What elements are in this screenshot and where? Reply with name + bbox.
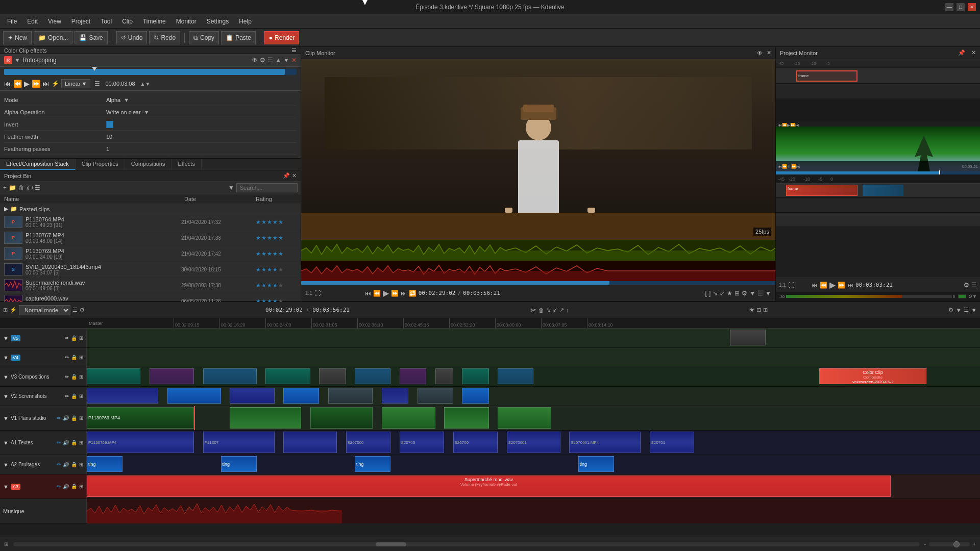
list-item[interactable]: S SVID_20200430_181446.mp4 00:00:34:07 [… — [0, 262, 301, 278]
tl-clip[interactable] — [87, 388, 158, 404]
zoom-out-btn[interactable]: - — [924, 541, 926, 547]
skip-start-btn[interactable]: ⏮ — [4, 80, 11, 88]
a3-lock-icon[interactable]: 🔒 — [71, 484, 77, 489]
tl-clip[interactable] — [283, 388, 319, 404]
tl-clip[interactable] — [498, 407, 551, 429]
bin-search-input[interactable] — [236, 183, 298, 192]
v2-expand2-icon[interactable]: ⊞ — [79, 393, 83, 399]
config-btn[interactable]: ⚙ — [742, 290, 747, 297]
tl-more2-btn[interactable]: ☰ — [964, 307, 969, 313]
prev-frame-btn[interactable]: ⏪ — [13, 80, 22, 88]
color-clip[interactable]: Color Clip Composite vokoscreen-2020-05-… — [819, 368, 926, 384]
bin-delete-btn[interactable]: 🗑 — [18, 184, 24, 191]
overwrite-btn[interactable]: ↙ — [720, 290, 725, 297]
track-v1-content[interactable]: P1130769.MP4 — [87, 406, 980, 430]
v1-lock-icon[interactable]: 🔒 — [71, 415, 77, 421]
mode-chevron[interactable]: ▼ — [124, 97, 129, 103]
tl-clip[interactable] — [462, 368, 489, 384]
menu-monitor[interactable]: Monitor — [171, 16, 202, 27]
v4-lock-icon[interactable]: 🔒 — [71, 355, 77, 360]
a1-expand[interactable]: ▼ — [3, 440, 9, 446]
a2-clip-ting3[interactable]: ting — [355, 456, 390, 472]
bookmark-btn[interactable]: ★ — [727, 290, 732, 297]
v5-lock-icon[interactable]: 🔒 — [71, 335, 77, 341]
menu-timeline[interactable]: Timeline — [138, 16, 171, 27]
a1-clip[interactable]: P1130769.MP4 — [87, 432, 194, 453]
menu-edit[interactable]: Edit — [22, 16, 43, 27]
insert-btn[interactable]: ↘ — [713, 290, 718, 297]
v4-edit-icon[interactable]: ✏ — [65, 355, 69, 360]
tl-clip[interactable] — [498, 368, 533, 384]
proj-fullscreen-btn[interactable]: ⛶ — [788, 282, 794, 289]
proj-more-btn[interactable]: ☰ — [971, 282, 977, 289]
v2-lock-icon[interactable]: 🔒 — [71, 393, 77, 399]
proj-skip-end-btn[interactable]: ⏭ — [847, 282, 853, 289]
effect-delete-icon[interactable]: ✕ — [291, 57, 297, 64]
a3-expand2-icon[interactable]: ⊞ — [79, 484, 83, 489]
v5-expand[interactable]: ▼ — [3, 335, 9, 341]
proj-prev-frame-btn[interactable]: ⏪ — [820, 282, 827, 289]
a1-lock-icon[interactable]: 🔒 — [71, 440, 77, 445]
tl-clip[interactable] — [265, 368, 310, 384]
tl-clip[interactable]: S207000 — [346, 432, 391, 453]
window-controls[interactable]: — □ ✕ — [945, 3, 976, 11]
eye-icon[interactable]: 👁 — [252, 57, 258, 64]
a2-mute-icon[interactable]: 🔊 — [63, 462, 69, 467]
a2-expand[interactable]: ▼ — [3, 462, 9, 468]
bin-menu-btn[interactable]: ☰ — [35, 184, 40, 191]
a2-lock-icon[interactable]: 🔒 — [71, 462, 77, 467]
menu-help[interactable]: Help — [234, 16, 257, 27]
invert-checkbox[interactable] — [106, 121, 113, 128]
track-musique-content[interactable] — [87, 499, 980, 523]
tl-mode-select[interactable]: Normal mode — [19, 305, 70, 315]
more-btn[interactable]: ☰ — [757, 290, 763, 297]
timeline-scrollbar[interactable] — [13, 542, 919, 546]
tl-clip[interactable]: S2070001.MP4 — [569, 432, 641, 453]
v5-expand2-icon[interactable]: ⊞ — [79, 335, 83, 341]
track-v2-content[interactable] — [87, 387, 980, 406]
tl-config-arrow[interactable]: ▼ — [955, 307, 962, 314]
effect-expand-arrow[interactable]: ▼ — [14, 57, 20, 64]
tab-effects[interactable]: Effects — [172, 159, 201, 170]
proj-play-btn[interactable]: ▶ — [829, 280, 836, 290]
list-item[interactable]: Supermarché rondi.wav 00:01:49:06 [3] 29… — [0, 278, 301, 293]
v3-expand2-icon[interactable]: ⊞ — [79, 374, 83, 380]
a1-pencil-icon[interactable]: ✏ — [57, 440, 61, 445]
zoom-in-btn[interactable]: + — [973, 541, 976, 547]
v2-expand[interactable]: ▼ — [3, 393, 9, 399]
effect-down-icon[interactable]: ▼ — [283, 57, 289, 64]
track-v4-content[interactable] — [87, 348, 980, 367]
v3-lock-icon[interactable]: 🔒 — [71, 374, 77, 380]
tl-clip[interactable] — [462, 388, 489, 404]
v2-edit-icon[interactable]: ✏ — [65, 393, 69, 399]
tl-clip[interactable]: S20700 — [400, 432, 445, 453]
tl-clip[interactable] — [444, 407, 489, 429]
menu-tool[interactable]: Tool — [95, 16, 117, 27]
v1-pencil-icon[interactable]: ✏ — [57, 415, 61, 421]
tl-clip[interactable] — [283, 432, 337, 453]
v3-expand[interactable]: ▼ — [3, 374, 9, 380]
track-v3-content[interactable]: Color Clip Composite vokoscreen-2020-05-… — [87, 367, 980, 386]
effect-settings-icon[interactable]: ⚙ — [260, 57, 265, 64]
redo-button[interactable]: ↻ Redo — [149, 31, 180, 44]
a3-pencil-icon[interactable]: ✏ — [57, 484, 61, 489]
tl-more2-arrow[interactable]: ▼ — [971, 307, 977, 314]
proj-skip-start-btn[interactable]: ⏮ — [812, 282, 818, 289]
v4-expand2-icon[interactable]: ⊞ — [79, 355, 83, 360]
tl-settings-btn[interactable]: ☰ — [72, 307, 78, 313]
tl-clip[interactable] — [230, 407, 301, 429]
save-button[interactable]: 💾 Save — [75, 31, 107, 44]
next-frame-mon-btn[interactable]: ⏩ — [391, 290, 399, 297]
monitor-close-icon[interactable]: ✕ — [767, 49, 771, 56]
copy-button[interactable]: ⧉ Copy — [189, 31, 219, 44]
skip-end-btn[interactable]: ⏭ — [42, 80, 50, 88]
a3-expand[interactable]: ▼ — [3, 484, 9, 490]
v1-expand2-icon[interactable]: ⊞ — [79, 415, 83, 421]
pin-icon[interactable]: 📌 — [283, 172, 290, 179]
tl-clip[interactable] — [382, 407, 435, 429]
tl-clip[interactable]: S20700 — [453, 432, 498, 453]
tl-clip[interactable] — [87, 368, 140, 384]
tl-clip[interactable] — [230, 388, 275, 404]
zone-btn[interactable]: ⊞ — [734, 290, 740, 297]
time-up-icon[interactable]: ▲▼ — [140, 81, 151, 87]
